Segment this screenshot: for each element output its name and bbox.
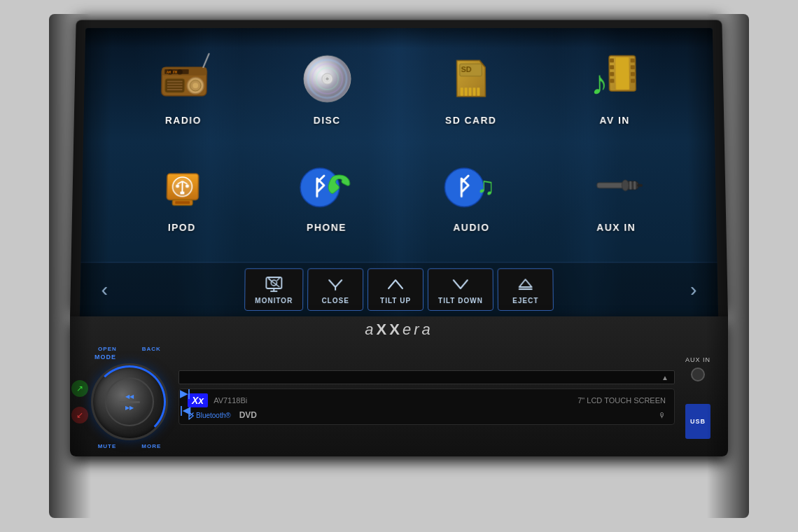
bluetooth-badge: Bluetooth® [188, 410, 231, 420]
svg-line-10 [203, 53, 209, 66]
eject-icon [515, 274, 535, 294]
disc-slot[interactable]: ▲ [178, 370, 675, 384]
svg-rect-50 [175, 201, 190, 204]
skip-forward-button[interactable]: ▶| [180, 388, 190, 399]
phone-icon-item[interactable]: PHONE [254, 148, 399, 255]
svg-rect-48 [180, 191, 184, 194]
left-controls: OPEN BACK MODE ↗ ↙ [91, 346, 168, 449]
center-area: ▲ Xx AV7118Bi 7" LCD TOUCH SCREEN Blue [178, 370, 675, 425]
display-bottom-row: Bluetooth® DVD 🎙 [188, 410, 666, 420]
tiltdown-icon [451, 274, 470, 294]
phone-icon [295, 155, 358, 216]
svg-text:♪: ♪ [590, 63, 608, 101]
tiltup-icon [386, 274, 405, 294]
next-arrow[interactable]: › [683, 275, 704, 304]
display-top-row: Xx AV7118Bi 7" LCD TOUCH SCREEN [188, 393, 666, 407]
mic-icon: 🎙 [659, 412, 666, 419]
tiltdown-label: TILT DOWN [438, 297, 483, 304]
mute-label: MUTE [98, 443, 117, 449]
sdcard-icon-item[interactable]: SD SD CARD [399, 41, 543, 148]
svg-rect-54 [596, 182, 624, 188]
tiltdown-button[interactable]: TILT DOWN [428, 268, 493, 311]
aux-jack-port[interactable] [691, 368, 705, 382]
svg-rect-56 [637, 183, 643, 186]
svg-rect-29 [477, 88, 479, 96]
phone-label: PHONE [307, 222, 346, 233]
mode-label: MODE [94, 354, 116, 360]
ipod-label: IPOD [168, 222, 196, 233]
usb-port[interactable]: USB [685, 404, 710, 439]
audio-icon: ♫ [440, 155, 503, 216]
open-back-labels: OPEN BACK [98, 346, 161, 352]
dvd-badge: DVD [239, 410, 257, 420]
svg-point-22 [326, 77, 329, 80]
eject-label: EJECT [512, 297, 538, 304]
radio-label: RADIO [165, 115, 202, 126]
radio-icon: AM FM [153, 48, 216, 109]
disc-label: DISC [314, 115, 341, 126]
svg-point-59 [622, 179, 629, 190]
right-controls: AUX IN USB [685, 356, 710, 439]
close-label: CLOSE [321, 297, 349, 304]
usb-label: USB [690, 418, 706, 425]
auxin-label: AUX IN [596, 222, 636, 233]
main-screen: AM FM RADIO [80, 28, 718, 316]
svg-rect-33 [610, 71, 614, 76]
monitor-icon [264, 274, 284, 294]
model-number: AV7118Bi [214, 396, 247, 405]
svg-rect-36 [630, 65, 634, 69]
ipod-icon [150, 155, 214, 216]
head-unit: aXXera OPEN BACK MODE ↗ ↙ [70, 316, 728, 456]
audio-icon-item[interactable]: ♫ AUDIO [399, 148, 544, 255]
ipod-icon-item[interactable]: IPOD [109, 148, 255, 255]
svg-rect-27 [468, 88, 471, 96]
monitor-button[interactable]: MONITOR [244, 268, 303, 311]
svg-rect-2 [164, 78, 184, 92]
eject-button[interactable]: EJECT [497, 268, 553, 311]
screen-type: 7" LCD TOUCH SCREEN [578, 396, 666, 405]
svg-rect-32 [610, 65, 614, 69]
disc-icon [296, 48, 358, 109]
svg-rect-25 [460, 88, 463, 96]
xx-logo: Xx [188, 393, 208, 407]
svg-rect-57 [634, 181, 636, 189]
svg-rect-34 [610, 78, 614, 83]
svg-rect-31 [610, 58, 614, 62]
close-icon [326, 274, 345, 294]
eject-slot-button[interactable]: ▲ [662, 374, 668, 382]
prev-arrow[interactable]: ‹ [94, 275, 115, 304]
avin-icon-item[interactable]: ♪ AV IN [542, 41, 687, 148]
aux-in-label: AUX IN [685, 356, 710, 363]
screen-bezel: AM FM RADIO [70, 20, 728, 316]
sdcard-label: SD CARD [445, 115, 496, 126]
more-label: MORE [141, 443, 161, 449]
tiltup-button[interactable]: TILT UP [368, 268, 424, 311]
control-buttons-group: MONITOR CLOSE [244, 268, 554, 311]
tiltup-label: TILT UP [380, 297, 411, 304]
icons-grid: AM FM RADIO [81, 28, 718, 262]
hangup-phone-button[interactable]: ↙ [71, 407, 88, 424]
svg-text:AM FM: AM FM [167, 69, 177, 74]
open-label: OPEN [98, 346, 117, 352]
svg-rect-37 [630, 71, 634, 76]
svg-text:SD: SD [461, 65, 471, 74]
avin-icon: ♪ [583, 48, 646, 109]
main-knob[interactable]: ◀◀ ▶▶ [91, 363, 168, 440]
knob-ring [93, 365, 166, 438]
audio-label: AUDIO [453, 222, 489, 233]
svg-rect-26 [464, 88, 467, 96]
radio-icon-item[interactable]: AM FM RADIO [111, 41, 255, 148]
head-unit-body: OPEN BACK MODE ↗ ↙ [70, 339, 728, 456]
control-bar: ‹ MONITOR [80, 262, 718, 316]
auxin-icon-item[interactable]: AUX IN [543, 148, 690, 255]
answer-phone-button[interactable]: ↗ [71, 380, 88, 397]
svg-rect-58 [629, 181, 631, 189]
close-button[interactable]: CLOSE [307, 268, 363, 311]
car-stereo-device: AM FM RADIO [49, 14, 749, 518]
monitor-label: MONITOR [255, 297, 293, 304]
svg-rect-39 [615, 57, 629, 89]
auxin-icon [584, 155, 647, 216]
skip-back-button[interactable]: |◀ [180, 405, 190, 416]
disc-icon-item[interactable]: DISC [255, 41, 399, 148]
sdcard-icon: SD [440, 48, 502, 109]
